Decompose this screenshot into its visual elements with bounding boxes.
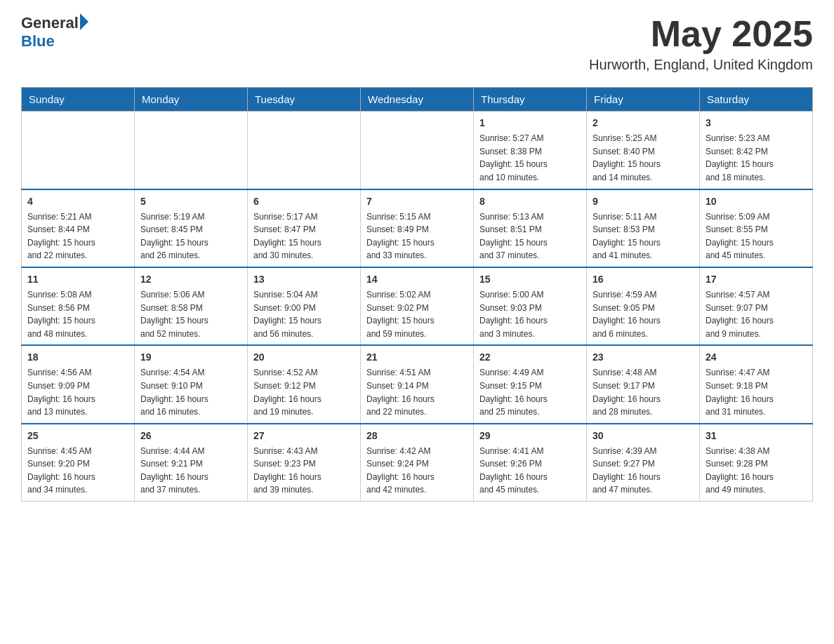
title-section: May 2025 Hurworth, England, United Kingd… — [589, 14, 813, 73]
logo-arrow-icon — [80, 13, 88, 30]
day-info: Sunrise: 4:56 AM Sunset: 9:09 PM Dayligh… — [27, 366, 128, 418]
day-number: 9 — [593, 194, 694, 209]
calendar-cell: 13Sunrise: 5:04 AM Sunset: 9:00 PM Dayli… — [248, 267, 361, 345]
day-info: Sunrise: 4:38 AM Sunset: 9:28 PM Dayligh… — [706, 445, 807, 497]
day-info: Sunrise: 5:09 AM Sunset: 8:55 PM Dayligh… — [706, 210, 807, 262]
day-number: 5 — [140, 194, 241, 209]
column-header-monday: Monday — [135, 88, 248, 112]
day-number: 28 — [366, 429, 468, 443]
day-number: 13 — [253, 272, 355, 287]
column-header-sunday: Sunday — [22, 88, 135, 112]
calendar-cell: 12Sunrise: 5:06 AM Sunset: 8:58 PM Dayli… — [135, 267, 248, 345]
calendar-cell: 30Sunrise: 4:39 AM Sunset: 9:27 PM Dayli… — [587, 424, 700, 502]
calendar-week-row: 25Sunrise: 4:45 AM Sunset: 9:20 PM Dayli… — [22, 424, 813, 502]
calendar-cell: 28Sunrise: 4:42 AM Sunset: 9:24 PM Dayli… — [361, 424, 474, 502]
day-number: 14 — [366, 272, 468, 287]
column-header-friday: Friday — [587, 88, 700, 112]
column-header-thursday: Thursday — [474, 88, 587, 112]
day-number: 6 — [253, 194, 355, 209]
day-info: Sunrise: 5:17 AM Sunset: 8:47 PM Dayligh… — [253, 210, 355, 262]
calendar-cell: 20Sunrise: 4:52 AM Sunset: 9:12 PM Dayli… — [248, 345, 361, 423]
day-info: Sunrise: 5:00 AM Sunset: 9:03 PM Dayligh… — [479, 288, 581, 340]
day-info: Sunrise: 4:59 AM Sunset: 9:05 PM Dayligh… — [593, 288, 694, 340]
day-info: Sunrise: 4:49 AM Sunset: 9:15 PM Dayligh… — [479, 366, 581, 418]
calendar-week-row: 4Sunrise: 5:21 AM Sunset: 8:44 PM Daylig… — [22, 189, 813, 267]
month-title: May 2025 — [589, 14, 813, 54]
day-number: 16 — [593, 272, 694, 287]
day-number: 11 — [27, 272, 128, 287]
calendar-cell: 16Sunrise: 4:59 AM Sunset: 9:05 PM Dayli… — [587, 267, 700, 345]
calendar-cell: 9Sunrise: 5:11 AM Sunset: 8:53 PM Daylig… — [587, 189, 700, 267]
day-info: Sunrise: 4:45 AM Sunset: 9:20 PM Dayligh… — [27, 445, 128, 497]
column-header-saturday: Saturday — [700, 88, 813, 112]
calendar-header-row: SundayMondayTuesdayWednesdayThursdayFrid… — [22, 88, 813, 112]
day-info: Sunrise: 5:13 AM Sunset: 8:51 PM Dayligh… — [479, 210, 581, 262]
day-info: Sunrise: 4:54 AM Sunset: 9:10 PM Dayligh… — [140, 366, 241, 418]
calendar-cell: 18Sunrise: 4:56 AM Sunset: 9:09 PM Dayli… — [22, 345, 135, 423]
day-info: Sunrise: 5:27 AM Sunset: 8:38 PM Dayligh… — [479, 132, 581, 184]
calendar-cell: 7Sunrise: 5:15 AM Sunset: 8:49 PM Daylig… — [361, 189, 474, 267]
day-number: 24 — [706, 350, 807, 365]
calendar-cell: 21Sunrise: 4:51 AM Sunset: 9:14 PM Dayli… — [361, 345, 474, 423]
logo: General Blue — [21, 14, 88, 51]
calendar-cell: 19Sunrise: 4:54 AM Sunset: 9:10 PM Dayli… — [135, 345, 248, 423]
day-info: Sunrise: 5:06 AM Sunset: 8:58 PM Dayligh… — [140, 288, 241, 340]
day-number: 17 — [706, 272, 807, 287]
day-info: Sunrise: 4:48 AM Sunset: 9:17 PM Dayligh… — [593, 366, 694, 418]
day-info: Sunrise: 5:21 AM Sunset: 8:44 PM Dayligh… — [27, 210, 128, 262]
day-number: 31 — [706, 429, 807, 443]
day-info: Sunrise: 5:11 AM Sunset: 8:53 PM Dayligh… — [593, 210, 694, 262]
day-number: 23 — [593, 350, 694, 365]
day-info: Sunrise: 5:08 AM Sunset: 8:56 PM Dayligh… — [27, 288, 128, 340]
calendar-week-row: 11Sunrise: 5:08 AM Sunset: 8:56 PM Dayli… — [22, 267, 813, 345]
column-header-wednesday: Wednesday — [361, 88, 474, 112]
day-info: Sunrise: 4:41 AM Sunset: 9:26 PM Dayligh… — [479, 445, 581, 497]
day-info: Sunrise: 5:19 AM Sunset: 8:45 PM Dayligh… — [140, 210, 241, 262]
calendar-cell — [361, 112, 474, 189]
day-info: Sunrise: 4:42 AM Sunset: 9:24 PM Dayligh… — [366, 445, 468, 497]
day-number: 2 — [593, 116, 694, 130]
calendar-cell: 27Sunrise: 4:43 AM Sunset: 9:23 PM Dayli… — [248, 424, 361, 502]
calendar-week-row: 1Sunrise: 5:27 AM Sunset: 8:38 PM Daylig… — [22, 112, 813, 189]
calendar-cell: 11Sunrise: 5:08 AM Sunset: 8:56 PM Dayli… — [22, 267, 135, 345]
day-number: 27 — [253, 429, 355, 443]
day-number: 12 — [140, 272, 241, 287]
day-info: Sunrise: 4:51 AM Sunset: 9:14 PM Dayligh… — [366, 366, 468, 418]
calendar-cell: 1Sunrise: 5:27 AM Sunset: 8:38 PM Daylig… — [474, 112, 587, 189]
page-header: General Blue May 2025 Hurworth, England,… — [21, 14, 813, 73]
day-number: 25 — [27, 429, 128, 443]
calendar-cell — [135, 112, 248, 189]
day-info: Sunrise: 4:52 AM Sunset: 9:12 PM Dayligh… — [253, 366, 355, 418]
day-info: Sunrise: 5:15 AM Sunset: 8:49 PM Dayligh… — [366, 210, 468, 262]
calendar-cell: 22Sunrise: 4:49 AM Sunset: 9:15 PM Dayli… — [474, 345, 587, 423]
day-number: 26 — [140, 429, 241, 443]
day-number: 8 — [479, 194, 581, 209]
calendar-cell: 10Sunrise: 5:09 AM Sunset: 8:55 PM Dayli… — [700, 189, 813, 267]
calendar-cell: 26Sunrise: 4:44 AM Sunset: 9:21 PM Dayli… — [135, 424, 248, 502]
calendar-cell — [248, 112, 361, 189]
calendar-cell: 31Sunrise: 4:38 AM Sunset: 9:28 PM Dayli… — [700, 424, 813, 502]
calendar-cell: 23Sunrise: 4:48 AM Sunset: 9:17 PM Dayli… — [587, 345, 700, 423]
calendar-table: SundayMondayTuesdayWednesdayThursdayFrid… — [21, 87, 813, 502]
day-info: Sunrise: 4:57 AM Sunset: 9:07 PM Dayligh… — [706, 288, 807, 340]
day-number: 3 — [706, 116, 807, 130]
day-number: 20 — [253, 350, 355, 365]
day-number: 15 — [479, 272, 581, 287]
calendar-cell: 24Sunrise: 4:47 AM Sunset: 9:18 PM Dayli… — [700, 345, 813, 423]
day-number: 18 — [27, 350, 128, 365]
calendar-cell: 29Sunrise: 4:41 AM Sunset: 9:26 PM Dayli… — [474, 424, 587, 502]
day-info: Sunrise: 4:47 AM Sunset: 9:18 PM Dayligh… — [706, 366, 807, 418]
day-info: Sunrise: 5:25 AM Sunset: 8:40 PM Dayligh… — [593, 132, 694, 184]
calendar-cell: 4Sunrise: 5:21 AM Sunset: 8:44 PM Daylig… — [22, 189, 135, 267]
calendar-cell: 25Sunrise: 4:45 AM Sunset: 9:20 PM Dayli… — [22, 424, 135, 502]
day-number: 10 — [706, 194, 807, 209]
day-number: 21 — [366, 350, 468, 365]
day-number: 22 — [479, 350, 581, 365]
calendar-cell: 2Sunrise: 5:25 AM Sunset: 8:40 PM Daylig… — [587, 112, 700, 189]
day-number: 19 — [140, 350, 241, 365]
day-info: Sunrise: 5:02 AM Sunset: 9:02 PM Dayligh… — [366, 288, 468, 340]
logo-general-text: General — [21, 14, 79, 32]
day-number: 29 — [479, 429, 581, 443]
column-header-tuesday: Tuesday — [248, 88, 361, 112]
day-number: 4 — [27, 194, 128, 209]
